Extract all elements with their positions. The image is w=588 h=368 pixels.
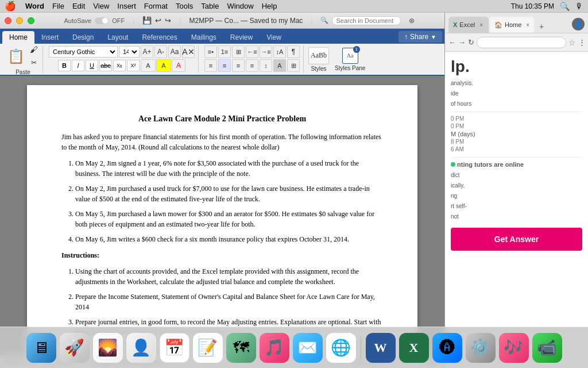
browser-tab-excel[interactable]: X Excel × [448,17,489,33]
search-icon[interactable]: 🔍 [560,2,570,11]
dock-settings[interactable]: ⚙️ [466,333,496,363]
apple-menu[interactable]: 🍎 [5,1,16,12]
text-effect-icon[interactable]: A [172,59,185,72]
document-page[interactable]: Ace Lawn Care Module 2 Mini Practice Pro… [27,85,417,355]
menu-format[interactable]: Format [144,2,168,10]
time-row: 0 PM [451,123,582,129]
dock-calendar[interactable]: 📅 [160,333,189,363]
clear-format-icon[interactable]: A✕ [182,45,195,58]
justify-icon[interactable]: ≡ [246,59,258,72]
tab-view[interactable]: View [260,31,288,44]
tab-review[interactable]: Review [223,31,260,44]
list-item: Prepare the Income Statement, Statement … [75,292,383,312]
superscript-button[interactable]: X² [127,60,140,71]
tab-design[interactable]: Design [65,31,100,44]
tab-layout[interactable]: Layout [100,31,135,44]
strikethrough-button[interactable]: abc [99,60,112,71]
tab-insert[interactable]: Insert [34,31,65,44]
menu-edit[interactable]: Edit [72,2,85,10]
font-case-icon[interactable]: Aa [168,45,181,58]
close-home-tab[interactable]: × [526,22,529,28]
dock-excel[interactable]: X [399,333,429,363]
styles-gallery[interactable]: AaBb Styles [308,47,329,72]
menu-help[interactable]: Help [262,2,277,10]
menu-word[interactable]: Word [25,2,44,10]
close-button[interactable] [5,17,11,24]
decrease-font-icon[interactable]: A- [154,45,167,58]
browser-user-icon[interactable]: 👤 [572,18,585,30]
numbering-icon[interactable]: 1≡ [218,45,231,58]
refresh-button[interactable]: ↻ [468,37,474,48]
browser-tabs: X Excel × 🏠 Home × + 👤 [445,13,588,33]
format-painter-icon[interactable]: 🖌 [28,43,40,56]
share-button[interactable]: ↑ Share ▼ [399,31,442,43]
close-excel-tab[interactable]: × [479,22,483,28]
sort-icon[interactable]: ↕A [273,45,286,58]
instructions-heading: Instructions: [61,250,383,260]
dock-finder[interactable]: 🖥 [26,333,56,363]
increase-indent-icon[interactable]: →≡ [260,45,272,58]
get-answer-button[interactable]: Get Answer [451,228,582,251]
font-selector[interactable]: Century Gothic [49,46,118,57]
align-center-icon[interactable]: ≡ [218,59,231,72]
styles-pane-button[interactable]: Aa 1 Styles Pane [332,48,368,71]
align-right-icon[interactable]: ≡ [232,59,245,72]
minimize-button[interactable] [16,17,23,24]
tab-home[interactable]: Home [2,31,34,44]
chegg-text-hours: of hours [451,100,582,108]
line-spacing-icon[interactable]: ↕ [260,59,272,72]
list-item: On May 5, Jim purchased a lawn mower for… [75,209,383,229]
dock-photos[interactable]: 🌄 [93,333,123,363]
multilevel-icon[interactable]: ⊞ [232,45,245,58]
menu-table[interactable]: Table [201,2,219,10]
menu-window[interactable]: Window [227,2,253,10]
search-document-input[interactable] [332,16,401,25]
shading-icon[interactable]: A [273,59,286,72]
decrease-indent-icon[interactable]: ←≡ [246,45,258,58]
dock-music[interactable]: 🎵 [260,333,289,363]
tab-references[interactable]: References [135,31,184,44]
tab-mailings[interactable]: Mailings [184,31,223,44]
menu-insert[interactable]: Insert [117,2,136,10]
increase-font-icon[interactable]: A+ [141,45,153,58]
align-left-icon[interactable]: ≡ [204,59,217,72]
bullets-icon[interactable]: ≡• [204,45,217,58]
borders-icon[interactable]: ⊞ [287,59,300,72]
dock-launchpad[interactable]: 🚀 [60,333,90,363]
dock-mail[interactable]: ✉️ [293,333,323,363]
bold-button[interactable]: B [58,60,71,71]
menu-tools[interactable]: Tools [176,2,193,10]
dock-reminders[interactable]: 📝 [193,333,223,363]
highlight-icon[interactable]: A [156,59,171,72]
dock-chrome[interactable]: 🌐 [326,333,356,363]
font-color-icon[interactable]: A [141,59,156,72]
chegg-heading: lp. [451,57,582,76]
autosave-toggle[interactable] [95,17,109,24]
url-bar[interactable] [477,37,566,48]
browser-tab-home[interactable]: 🏠 Home × [490,17,534,33]
siri-icon[interactable]: 🎙 [575,2,583,11]
dock-maps[interactable]: 🗺 [226,333,256,363]
dock-itunes[interactable]: 🎶 [499,333,529,363]
browser-menu-icon[interactable]: ⋮ [578,38,586,47]
dock-contacts[interactable]: 👤 [126,333,156,363]
fullscreen-button[interactable] [28,17,34,24]
dock-facetime[interactable]: 📹 [532,333,562,363]
dock-word[interactable]: W [366,333,396,363]
word-window: AutoSave OFF | 💾 ↩ ↪ | M2MPP — Co... — S… [0,13,445,368]
menu-view[interactable]: View [93,2,109,10]
back-button[interactable]: ← [448,37,456,48]
forward-button[interactable]: → [458,37,466,48]
subscript-button[interactable]: X₂ [113,60,126,71]
paste-icon[interactable]: 📋 [6,46,26,67]
bookmark-icon[interactable]: ☆ [568,38,576,47]
font-size-selector[interactable]: 14 [119,46,140,57]
italic-button[interactable]: I [72,60,84,71]
menu-file[interactable]: File [52,2,64,10]
scissors-icon[interactable]: ✂ [28,56,40,69]
underline-button[interactable]: U [86,60,98,71]
show-formatting-icon[interactable]: ¶ [287,45,300,58]
time-row: 8 PM [451,139,582,145]
new-tab-button[interactable]: + [535,20,548,33]
dock-appstore[interactable]: 🅐 [432,333,462,363]
